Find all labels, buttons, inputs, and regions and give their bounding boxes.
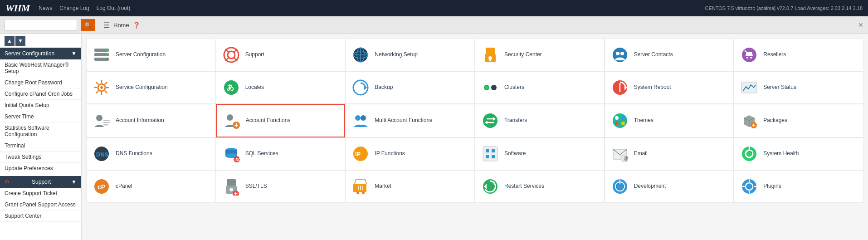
grid-item-contacts[interactable]: Server Contacts xyxy=(605,39,734,71)
svg-text:あ: あ xyxy=(227,83,234,91)
grid-item-ip[interactable]: IP IP Functions xyxy=(345,137,475,170)
ip-icon: IP xyxy=(351,144,370,163)
sidebar-section-support[interactable]: ⚙ Support ▼ xyxy=(0,176,81,188)
nav-logout[interactable]: Log Out (root) xyxy=(97,5,131,11)
grid-item-account-info[interactable]: Account Information xyxy=(86,104,216,137)
search-input[interactable] xyxy=(5,19,77,31)
account-functions-label: Account Functions xyxy=(246,117,291,124)
sidebar-item-terminal[interactable]: Terminal xyxy=(0,140,81,152)
grid-item-development[interactable]: Development xyxy=(605,170,734,203)
grid-item-ssl[interactable]: SSL/TLS xyxy=(216,170,346,203)
grid-item-market[interactable]: Market xyxy=(345,170,475,203)
svg-rect-73 xyxy=(492,149,495,152)
sidebar-item-update-prefs[interactable]: Update Preferences xyxy=(0,163,81,174)
help-icon[interactable]: ❓ xyxy=(133,22,140,29)
sidebar-item-create-ticket[interactable]: Create Support Ticket xyxy=(0,188,81,199)
content-area: Server Configuration Support xyxy=(82,34,868,240)
grid-item-reboot[interactable]: System Reboot xyxy=(605,71,734,104)
sidebar-item-stats-software[interactable]: Statistics Software Configuration xyxy=(0,122,81,140)
grid-item-service-config[interactable]: Service Configuration xyxy=(86,71,216,104)
sql-label: SQL Services xyxy=(245,150,278,157)
svg-point-58 xyxy=(621,122,625,125)
nav-changelog[interactable]: Change Log xyxy=(59,5,89,11)
sidebar-item-server-time[interactable]: Server Time xyxy=(0,111,81,122)
grid-item-server-configuration[interactable]: Server Configuration xyxy=(86,39,216,71)
sidebar-item-tweak-settings[interactable]: Tweak Settings xyxy=(0,152,81,163)
grid-item-themes[interactable]: Themes xyxy=(605,104,734,137)
grid-item-restart-services[interactable]: Restart Services xyxy=(475,170,605,203)
ip-label: IP Functions xyxy=(375,150,405,157)
svg-point-56 xyxy=(621,116,625,120)
svg-rect-43 xyxy=(103,122,110,123)
reboot-label: System Reboot xyxy=(634,84,671,91)
close-icon[interactable]: ✕ xyxy=(858,21,863,29)
sidebar-section-server-config[interactable]: Server Configuration ▼ xyxy=(0,48,81,59)
svg-point-50 xyxy=(361,115,366,121)
grid-item-locales[interactable]: あ Locales xyxy=(216,71,346,104)
grid-item-networking[interactable]: Networking Setup xyxy=(345,39,475,71)
grid-item-transfers[interactable]: Transfers xyxy=(475,104,605,137)
resellers-icon xyxy=(740,45,759,64)
grid-item-system-health[interactable]: System Health xyxy=(734,137,863,170)
grid-item-security[interactable]: Security Center xyxy=(475,39,605,71)
grid-item-server-status[interactable]: Server Status xyxy=(734,71,863,104)
backup-icon xyxy=(351,78,370,97)
transfers-label: Transfers xyxy=(504,117,527,124)
grid-item-multi-account[interactable]: Multi Account Functions xyxy=(345,104,475,137)
sidebar-item-change-root[interactable]: Change Root Password xyxy=(0,77,81,88)
development-label: Development xyxy=(634,183,666,190)
svg-text:cP: cP xyxy=(98,183,105,191)
svg-point-29 xyxy=(100,86,103,89)
svg-rect-44 xyxy=(103,124,108,126)
svg-rect-90 xyxy=(353,184,366,192)
cpanel-icon: cP xyxy=(92,177,111,196)
svg-point-3 xyxy=(106,49,108,51)
account-info-icon xyxy=(92,111,111,130)
grid-item-cpanel[interactable]: cP cPanel xyxy=(86,170,216,203)
sidebar-down-arrow[interactable]: ▼ xyxy=(15,36,25,46)
grid-item-backup[interactable]: Backup xyxy=(345,71,475,104)
hamburger-icon[interactable]: ☰ xyxy=(103,21,110,29)
grid-item-clusters[interactable]: Clusters xyxy=(475,71,605,104)
grid-item-resellers[interactable]: Resellers xyxy=(734,39,863,71)
security-label: Security Center xyxy=(504,51,542,59)
email-icon: @ xyxy=(610,144,629,163)
grid-item-plugins[interactable]: Plugins xyxy=(734,170,863,203)
development-icon xyxy=(610,177,629,196)
networking-label: Networking Setup xyxy=(375,51,418,59)
topbar-left: WHM News Change Log Log Out (root) xyxy=(5,2,130,14)
restart-icon xyxy=(481,177,500,196)
sidebar-item-support-center[interactable]: Support Center xyxy=(0,211,81,222)
sidebar-item-initial-quota[interactable]: Initial Quota Setup xyxy=(0,100,81,111)
svg-rect-17 xyxy=(486,48,495,55)
sidebar-support-label: Support xyxy=(32,179,51,185)
sidebar-item-grant-access[interactable]: Grant cPanel Support Access xyxy=(0,199,81,211)
nav-news[interactable]: News xyxy=(39,5,52,11)
grid-item-email[interactable]: @ Email xyxy=(605,137,734,170)
sidebar-up-arrow[interactable]: ▲ xyxy=(5,36,15,46)
grid-item-account-functions[interactable]: Account Functions xyxy=(216,104,346,137)
cpanel-label: cPanel xyxy=(116,183,132,190)
grid-item-sql[interactable]: SQL SQL Services xyxy=(216,137,346,170)
software-icon xyxy=(481,144,500,163)
resellers-label: Resellers xyxy=(763,51,786,59)
svg-rect-75 xyxy=(492,155,495,158)
svg-rect-71 xyxy=(483,147,497,161)
packages-icon xyxy=(740,111,759,130)
svg-point-91 xyxy=(356,191,359,194)
sidebar-section-label: Server Configuration xyxy=(5,50,54,57)
grid-item-packages[interactable]: Packages xyxy=(734,104,863,137)
searchbar: 🔍 ☰ Home ❓ ✕ xyxy=(0,16,868,34)
sidebar-item-cpanel-cron[interactable]: Configure cPanel Cron Jobs xyxy=(0,88,81,100)
grid-item-dns[interactable]: DNS DNS Functions xyxy=(86,137,216,170)
svg-rect-20 xyxy=(489,58,491,61)
multi-account-label: Multi Account Functions xyxy=(375,117,432,124)
search-button[interactable]: 🔍 xyxy=(81,19,95,31)
networking-icon xyxy=(351,45,370,64)
sidebar-item-basic-webhost[interactable]: Basic WebHost Manager® Setup xyxy=(0,59,81,77)
svg-point-22 xyxy=(616,52,619,55)
svg-point-49 xyxy=(355,115,361,121)
svg-point-7 xyxy=(228,51,235,59)
grid-item-support[interactable]: Support xyxy=(216,39,346,71)
grid-item-software[interactable]: Software xyxy=(475,137,605,170)
